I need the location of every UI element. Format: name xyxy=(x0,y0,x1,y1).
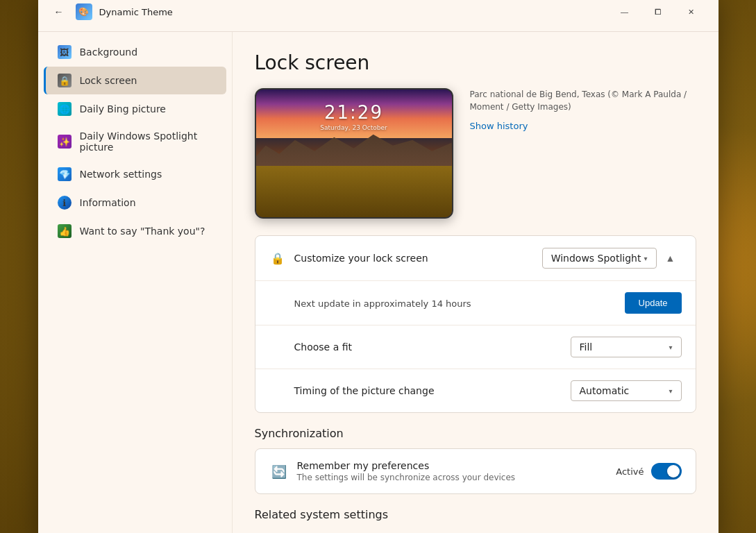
titlebar-left: ← 🎨 Dynamic Theme xyxy=(49,2,609,22)
main-content: Lock screen 21:29 Saturday, 23 October P… xyxy=(233,32,719,533)
choose-fit-label: Choose a fit xyxy=(294,341,571,353)
timing-row: Timing of the picture change Automatic ▾ xyxy=(255,369,696,412)
customize-chevron-icon: ▾ xyxy=(644,255,647,262)
sidebar: 🖼 Background 🔒 Lock screen 🌐 Daily Bing … xyxy=(38,32,233,533)
sidebar-item-label: Information xyxy=(80,197,136,208)
preview-time: 21:29 Saturday, 23 October xyxy=(320,102,387,131)
background-icon: 🖼 xyxy=(58,45,72,59)
preview-water xyxy=(256,166,452,217)
timing-chevron-icon: ▾ xyxy=(669,387,672,395)
lock-screen-icon: 🔒 xyxy=(58,74,72,87)
sync-text-block: Remember my preferences The settings wil… xyxy=(297,460,616,482)
maximize-button[interactable]: ⧠ xyxy=(642,1,674,23)
close-button[interactable]: ✕ xyxy=(675,1,707,23)
minimize-button[interactable]: — xyxy=(609,1,641,23)
back-button[interactable]: ← xyxy=(49,2,69,22)
info-icon: ℹ xyxy=(58,196,72,210)
sidebar-item-label: Daily Windows Spotlight picture xyxy=(80,130,212,153)
sync-toggle-label: Activé xyxy=(616,466,644,477)
content-area: 🖼 Background 🔒 Lock screen 🌐 Daily Bing … xyxy=(38,32,719,533)
preview-section: 21:29 Saturday, 23 October Parc national… xyxy=(255,88,696,219)
choose-fit-row: Choose a fit Fill ▾ xyxy=(255,325,696,369)
titlebar: ← 🎨 Dynamic Theme — ⧠ ✕ xyxy=(38,0,719,32)
timing-value: Automatic xyxy=(580,385,630,396)
sync-card: 🔄 Remember my preferences The settings w… xyxy=(255,448,696,494)
sync-sublabel: The settings will be synchronize across … xyxy=(297,473,616,482)
customize-icon: 🔒 xyxy=(269,250,286,266)
sidebar-item-daily-spotlight[interactable]: ✨ Daily Windows Spotlight picture xyxy=(44,124,226,160)
customize-dropdown[interactable]: Windows Spotlight ▾ xyxy=(542,248,657,269)
fit-chevron-icon: ▾ xyxy=(669,344,672,351)
choose-fit-value: Fill xyxy=(580,341,593,353)
app-title: Dynamic Theme xyxy=(99,7,173,17)
sidebar-item-daily-bing[interactable]: 🌐 Daily Bing picture xyxy=(44,95,226,123)
photo-credit: Parc national de Big Bend, Texas (© Mark… xyxy=(470,88,696,113)
app-window: ← 🎨 Dynamic Theme — ⧠ ✕ 🖼 Background 🔒 L… xyxy=(38,0,719,533)
network-icon: 💎 xyxy=(58,167,72,181)
timing-label: Timing of the picture change xyxy=(294,385,571,396)
customize-expand-button[interactable]: ▲ xyxy=(660,247,682,269)
timing-dropdown[interactable]: Automatic ▾ xyxy=(571,380,682,401)
related-title: Related system settings xyxy=(255,508,696,521)
sync-icon: 🔄 xyxy=(269,462,289,481)
sidebar-item-thank-you[interactable]: 👍 Want to say "Thank you"? xyxy=(44,217,226,245)
toggle-thumb xyxy=(667,465,680,477)
update-button[interactable]: Update xyxy=(625,292,682,314)
sidebar-item-label: Daily Bing picture xyxy=(80,103,166,115)
choose-fit-dropdown[interactable]: Fill ▾ xyxy=(571,337,682,357)
customize-row: 🔒 Customize your lock screen Windows Spo… xyxy=(255,236,696,281)
thankyou-icon: 👍 xyxy=(58,224,72,238)
next-update-label: Next update in approximately 14 hours xyxy=(294,298,625,309)
sidebar-item-label: Background xyxy=(80,46,138,58)
sync-toggle-container: Activé xyxy=(616,463,681,480)
customize-dropdown-value: Windows Spotlight xyxy=(551,253,641,264)
sidebar-item-label: Network settings xyxy=(80,169,162,180)
sidebar-item-label: Lock screen xyxy=(80,75,137,86)
photo-info: Parc national de Big Bend, Texas (© Mark… xyxy=(470,88,696,132)
sync-section-title: Synchronization xyxy=(255,427,696,440)
spotlight-icon: ✨ xyxy=(58,135,72,149)
show-history-link[interactable]: Show history xyxy=(470,121,528,131)
sync-label: Remember my preferences xyxy=(297,460,616,471)
window-controls: — ⧠ ✕ xyxy=(609,1,707,23)
preview-date: Saturday, 23 October xyxy=(320,124,387,131)
sync-toggle[interactable] xyxy=(651,463,682,480)
settings-card: 🔒 Customize your lock screen Windows Spo… xyxy=(255,235,696,413)
page-title: Lock screen xyxy=(255,51,696,74)
bing-icon: 🌐 xyxy=(58,102,72,116)
lockscreen-preview: 21:29 Saturday, 23 October xyxy=(255,88,453,219)
customize-label: Customize your lock screen xyxy=(294,253,542,264)
sidebar-item-background[interactable]: 🖼 Background xyxy=(44,38,226,66)
sidebar-item-network-settings[interactable]: 💎 Network settings xyxy=(44,160,226,188)
sync-row: 🔄 Remember my preferences The settings w… xyxy=(255,449,696,493)
app-icon: 🎨 xyxy=(76,3,92,20)
sidebar-item-information[interactable]: ℹ Information xyxy=(44,189,226,217)
sidebar-item-label: Want to say "Thank you"? xyxy=(80,226,205,237)
next-update-row: Next update in approximately 14 hours Up… xyxy=(255,281,696,325)
preview-clock: 21:29 xyxy=(320,102,387,123)
sidebar-item-lock-screen[interactable]: 🔒 Lock screen xyxy=(44,67,226,94)
